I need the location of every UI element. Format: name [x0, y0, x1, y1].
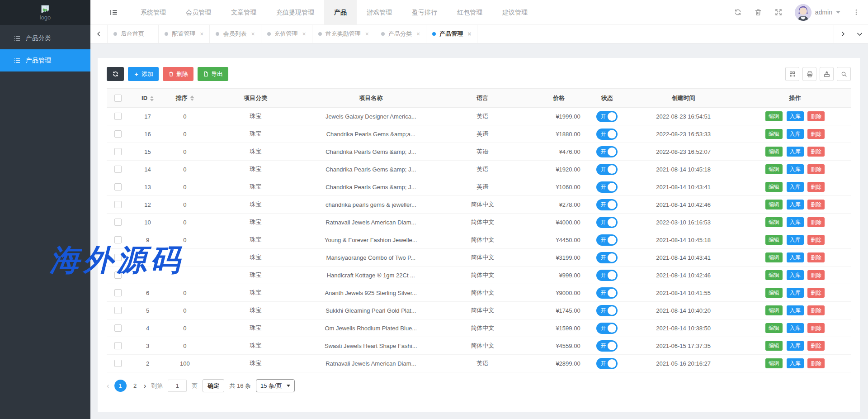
delete-button[interactable]: 删除	[163, 67, 193, 81]
stock-in-button[interactable]: 入库	[787, 164, 804, 174]
row-delete-button[interactable]: 删除	[807, 270, 825, 280]
status-toggle[interactable]: 开	[596, 111, 618, 122]
status-toggle[interactable]: 开	[596, 358, 618, 369]
row-checkbox[interactable]	[114, 236, 122, 243]
tab-close-icon[interactable]: ×	[416, 31, 420, 37]
row-delete-button[interactable]: 删除	[807, 305, 825, 315]
tab-close-icon[interactable]: ×	[200, 31, 203, 37]
stock-in-button[interactable]: 入库	[787, 182, 804, 192]
export-data-icon[interactable]	[820, 67, 834, 81]
tab[interactable]: 产品管理 ×	[426, 25, 477, 43]
tab[interactable]: 会员列表 ×	[210, 25, 261, 43]
top-menu-item[interactable]: 建议管理	[492, 0, 538, 25]
top-menu-item[interactable]: 产品	[324, 0, 357, 25]
row-checkbox[interactable]	[114, 201, 122, 208]
edit-button[interactable]: 编辑	[765, 252, 783, 262]
add-button[interactable]: ＋添加	[128, 67, 159, 81]
row-checkbox[interactable]	[114, 183, 122, 190]
row-checkbox[interactable]	[114, 254, 122, 261]
tabs-dropdown-icon[interactable]	[851, 25, 868, 43]
tab-close-icon[interactable]: ×	[302, 31, 306, 37]
row-delete-button[interactable]: 删除	[807, 129, 825, 139]
edit-button[interactable]: 编辑	[765, 341, 783, 351]
status-toggle[interactable]: 开	[596, 270, 618, 281]
row-delete-button[interactable]: 删除	[807, 147, 825, 157]
refresh-button[interactable]	[107, 67, 124, 81]
select-all-checkbox[interactable]	[114, 95, 122, 102]
row-checkbox[interactable]	[114, 166, 122, 173]
edit-button[interactable]: 编辑	[765, 358, 783, 368]
pagination-page[interactable]: 2	[132, 382, 139, 389]
pagination-next-icon[interactable]: ›	[144, 381, 146, 390]
status-toggle[interactable]: 开	[596, 217, 618, 228]
refresh-icon[interactable]	[734, 8, 742, 16]
row-checkbox[interactable]	[114, 219, 122, 226]
row-delete-button[interactable]: 删除	[807, 252, 825, 262]
sidebar-item[interactable]: 产品分类	[0, 27, 90, 49]
row-checkbox[interactable]	[114, 342, 122, 349]
stock-in-button[interactable]: 入库	[787, 217, 804, 227]
edit-button[interactable]: 编辑	[765, 147, 783, 157]
row-delete-button[interactable]: 删除	[807, 323, 825, 333]
sort-icon[interactable]	[150, 96, 154, 101]
search-icon[interactable]	[837, 67, 851, 81]
status-toggle[interactable]: 开	[596, 181, 618, 193]
trash-icon[interactable]	[754, 8, 762, 16]
more-vertical-icon[interactable]	[853, 8, 860, 16]
row-delete-button[interactable]: 删除	[807, 182, 825, 192]
top-menu-item[interactable]: 充值提现管理	[266, 0, 324, 25]
row-checkbox[interactable]	[114, 324, 122, 332]
status-toggle[interactable]: 开	[596, 129, 618, 140]
tab[interactable]: 充值管理 ×	[261, 25, 312, 43]
top-menu-item[interactable]: 盈亏排行	[402, 0, 447, 25]
status-toggle[interactable]: 开	[596, 234, 618, 246]
logo[interactable]: logo	[0, 0, 90, 25]
row-checkbox[interactable]	[114, 271, 122, 279]
export-button[interactable]: 导出	[198, 67, 228, 81]
row-checkbox[interactable]	[114, 307, 122, 314]
stock-in-button[interactable]: 入库	[787, 358, 804, 368]
status-toggle[interactable]: 开	[596, 146, 618, 157]
stock-in-button[interactable]: 入库	[787, 270, 804, 280]
edit-button[interactable]: 编辑	[765, 129, 783, 139]
edit-button[interactable]: 编辑	[765, 164, 783, 174]
row-delete-button[interactable]: 删除	[807, 200, 825, 210]
avatar[interactable]	[795, 4, 811, 21]
status-toggle[interactable]: 开	[596, 323, 618, 334]
top-menu-item[interactable]: 系统管理	[131, 0, 176, 25]
edit-button[interactable]: 编辑	[765, 235, 783, 245]
status-toggle[interactable]: 开	[596, 340, 618, 352]
pagination-prev-icon[interactable]: ‹	[107, 381, 109, 390]
print-icon[interactable]	[802, 67, 816, 81]
page-size-select[interactable]: 15 条/页	[256, 379, 295, 392]
row-checkbox[interactable]	[114, 289, 122, 296]
status-toggle[interactable]: 开	[596, 287, 618, 299]
stock-in-button[interactable]: 入库	[787, 235, 804, 245]
tab[interactable]: 配置管理 ×	[159, 25, 210, 43]
stock-in-button[interactable]: 入库	[787, 288, 804, 298]
status-toggle[interactable]: 开	[596, 199, 618, 210]
stock-in-button[interactable]: 入库	[787, 147, 804, 157]
sidebar-item[interactable]: 产品管理	[0, 49, 90, 71]
tab-close-icon[interactable]: ×	[251, 31, 255, 37]
row-checkbox[interactable]	[114, 360, 122, 367]
tab-close-icon[interactable]: ×	[365, 31, 369, 37]
status-toggle[interactable]: 开	[596, 252, 618, 263]
stock-in-button[interactable]: 入库	[787, 129, 804, 139]
top-menu-item[interactable]: 游戏管理	[357, 0, 402, 25]
tabs-scroll-right-icon[interactable]	[834, 25, 851, 43]
edit-button[interactable]: 编辑	[765, 323, 783, 333]
top-menu-item[interactable]: 文章管理	[221, 0, 266, 25]
row-checkbox[interactable]	[114, 130, 122, 138]
row-delete-button[interactable]: 删除	[807, 111, 825, 121]
row-delete-button[interactable]: 删除	[807, 288, 825, 298]
tab-close-icon[interactable]: ×	[467, 31, 471, 37]
stock-in-button[interactable]: 入库	[787, 305, 804, 315]
edit-button[interactable]: 编辑	[765, 217, 783, 227]
row-delete-button[interactable]: 删除	[807, 341, 825, 351]
top-menu-item[interactable]: 会员管理	[176, 0, 221, 25]
row-delete-button[interactable]: 删除	[807, 217, 825, 227]
stock-in-button[interactable]: 入库	[787, 341, 804, 351]
status-toggle[interactable]: 开	[596, 305, 618, 316]
pagination-page[interactable]: 1	[114, 380, 127, 392]
